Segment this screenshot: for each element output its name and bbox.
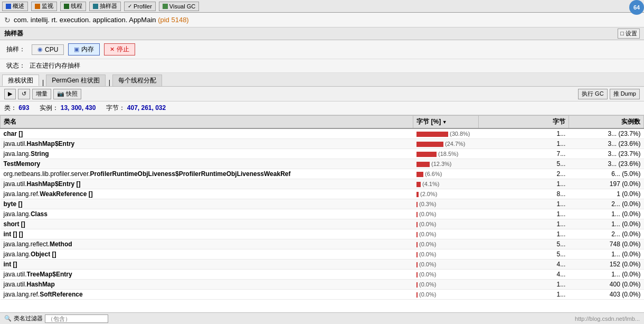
- run-gc-button[interactable]: 执行 GC: [578, 89, 608, 99]
- cell-classname: TestMemory: [1, 159, 413, 169]
- cell-bar: (4.1%): [413, 179, 479, 189]
- bottom-bar: 🔍 类名过滤器 http://blog.csdn.net/lmb...: [0, 312, 644, 324]
- refresh-icon[interactable]: ↻: [4, 16, 11, 24]
- tab-per-thread[interactable]: 每个线程分配: [112, 75, 162, 86]
- refresh-button[interactable]: ↺: [18, 89, 30, 99]
- cell-bytes: 5...: [479, 159, 569, 169]
- cell-bytes: 1...: [479, 128, 569, 139]
- bytes-stat: 字节： 407, 261, 032: [106, 104, 166, 113]
- table-row[interactable]: java.lang.ref.SoftReference (0.0%)1...40…: [1, 290, 644, 300]
- header-instances[interactable]: 实例数: [569, 116, 643, 129]
- camera-icon: 📷: [57, 90, 64, 97]
- cell-bytes: 5...: [479, 249, 569, 260]
- tab-stacktrace[interactable]: 推栈状图: [2, 75, 39, 86]
- cell-classname: short []: [1, 219, 413, 229]
- table-row[interactable]: java.lang.reflect.Method (0.0%)5...748 (…: [1, 239, 644, 249]
- cell-bytes: 1...: [479, 290, 569, 300]
- header-classname[interactable]: 类名: [1, 116, 413, 129]
- cell-bar: (0.0%): [413, 239, 479, 249]
- cell-bar: (12.3%): [413, 159, 479, 169]
- snapshot-button[interactable]: 📷 快照: [53, 89, 81, 99]
- cell-instances: 1... (0.0%): [569, 209, 643, 219]
- cell-classname: java.lang.ref.WeakReference []: [1, 189, 413, 199]
- app-title-bar: ↻ com. intellij. rt. execution. applicat…: [0, 13, 644, 27]
- monitor-icon: [35, 4, 40, 9]
- sampler-icon: [93, 4, 98, 9]
- header-bytes-pct-bar[interactable]: 字节 [%]: [413, 116, 479, 129]
- cell-bytes: 2...: [479, 169, 569, 179]
- cell-bar: (18.5%): [413, 149, 479, 159]
- cell-bar: (0.0%): [413, 249, 479, 260]
- profiler-check-icon: ✓: [128, 3, 132, 9]
- overview-icon: [6, 4, 11, 9]
- toolbar-btn-threads[interactable]: 线程: [60, 2, 86, 11]
- tab-permgen[interactable]: PermGen 柱状图: [46, 75, 106, 86]
- cell-bar: (0.3%): [413, 199, 479, 209]
- cell-classname: java.lang.Object []: [1, 249, 413, 260]
- stats-row: 类： 693 实例： 13, 300, 430 字节： 407, 261, 03…: [0, 101, 644, 115]
- cell-bar: (0.0%): [413, 290, 479, 300]
- status-value: 正在进行内存抽样: [30, 61, 80, 70]
- sampling-row: 抽样： ◉ CPU ▣ 内存 ✕ 停止: [0, 40, 644, 59]
- section-header: 抽样器 □ 设置: [0, 27, 644, 40]
- table-row[interactable]: int [] [] (0.0%)1...2... (0.0%): [1, 229, 644, 239]
- cell-bar: (0.0%): [413, 229, 479, 239]
- table-row[interactable]: int [] (0.0%)4...152 (0.0%): [1, 260, 644, 270]
- play-button[interactable]: ▶: [4, 89, 16, 99]
- toolbar-btn-profiler[interactable]: ✓ Profiler: [124, 2, 156, 11]
- table-row[interactable]: short [] (0.0%)1...1... (0.0%): [1, 219, 644, 229]
- controls-left: ▶ ↺ 增量 📷 快照: [4, 89, 81, 99]
- cell-bar: (0.0%): [413, 280, 479, 290]
- table-row[interactable]: java.lang.Object [] (0.0%)5...1... (0.0%…: [1, 249, 644, 260]
- cell-instances: 400 (0.0%): [569, 280, 643, 290]
- table-row[interactable]: java.lang.String (18.5%)7...3... (23.7%): [1, 149, 644, 159]
- cell-instances: 403 (0.0%): [569, 290, 643, 300]
- toolbar-btn-overview[interactable]: 概述: [2, 2, 28, 11]
- cell-bytes: 1...: [479, 229, 569, 239]
- table-row[interactable]: java.util.TreeMap$Entry (0.0%)4...1... (…: [1, 270, 644, 280]
- cell-instances: 197 (0.0%): [569, 179, 643, 189]
- cell-instances: 1 (0.0%): [569, 189, 643, 199]
- cell-bytes: 1...: [479, 139, 569, 149]
- memory-button[interactable]: ▣ 内存: [68, 43, 100, 55]
- heap-dump-button[interactable]: 推 Dump: [610, 89, 640, 99]
- cell-bar: (2.0%): [413, 189, 479, 199]
- cell-classname: java.util.HashMap$Entry []: [1, 179, 413, 189]
- cell-instances: 2... (0.0%): [569, 229, 643, 239]
- memory-icon: ▣: [74, 46, 79, 53]
- toolbar-btn-visualgc[interactable]: Visual GC: [159, 2, 199, 11]
- cell-classname: java.lang.ref.SoftReference: [1, 290, 413, 300]
- watermark: http://blog.csdn.net/lmb...: [575, 316, 640, 322]
- table-row[interactable]: java.util.HashMap$Entry [] (4.1%)1...197…: [1, 179, 644, 189]
- table-row[interactable]: char [] (30.8%)1...3... (23.7%): [1, 128, 644, 139]
- data-table: 类名 字节 [%] 字节 实例数 char [] (30.8%)1...3...…: [0, 115, 644, 300]
- cell-bar: (0.0%): [413, 209, 479, 219]
- cell-bytes: 4...: [479, 260, 569, 270]
- toolbar-btn-sampler[interactable]: 抽样器: [89, 2, 121, 11]
- table-row[interactable]: java.lang.Class (0.0%)1...1... (0.0%): [1, 209, 644, 219]
- settings-button[interactable]: □ 设置: [618, 29, 640, 39]
- table-row[interactable]: java.lang.ref.WeakReference [] (2.0%)8..…: [1, 189, 644, 199]
- cell-bytes: 4...: [479, 270, 569, 280]
- instances-stat: 实例： 13, 300, 430: [40, 104, 96, 113]
- gc-icon: [163, 4, 168, 9]
- cell-bytes: 1...: [479, 219, 569, 229]
- table-row[interactable]: byte [] (0.3%)1...2... (0.0%): [1, 199, 644, 209]
- delta-button[interactable]: 增量: [32, 89, 51, 99]
- controls-row: ▶ ↺ 增量 📷 快照 执行 GC 推 Dump: [0, 87, 644, 101]
- cell-classname: int [] []: [1, 229, 413, 239]
- table-row[interactable]: java.util.HashMap$Entry (24.7%)1...3... …: [1, 139, 644, 149]
- sampling-label: 抽样：: [6, 45, 25, 54]
- cpu-button[interactable]: ◉ CPU: [32, 44, 64, 55]
- status-row: 状态： 正在进行内存抽样: [0, 59, 644, 73]
- stop-button[interactable]: ✕ 停止: [104, 43, 135, 55]
- cpu-icon: ◉: [37, 46, 43, 53]
- table-row[interactable]: org.netbeans.lib.profiler.server.Profile…: [1, 169, 644, 179]
- cell-instances: 2... (0.0%): [569, 199, 643, 209]
- toolbar-btn-monitor[interactable]: 监视: [31, 2, 57, 11]
- cell-instances: 748 (0.0%): [569, 239, 643, 249]
- table-row[interactable]: TestMemory (12.3%)5...3... (23.6%): [1, 159, 644, 169]
- filter-input[interactable]: [45, 314, 108, 323]
- table-row[interactable]: java.util.HashMap (0.0%)1...400 (0.0%): [1, 280, 644, 290]
- header-bytes[interactable]: 字节: [479, 116, 569, 129]
